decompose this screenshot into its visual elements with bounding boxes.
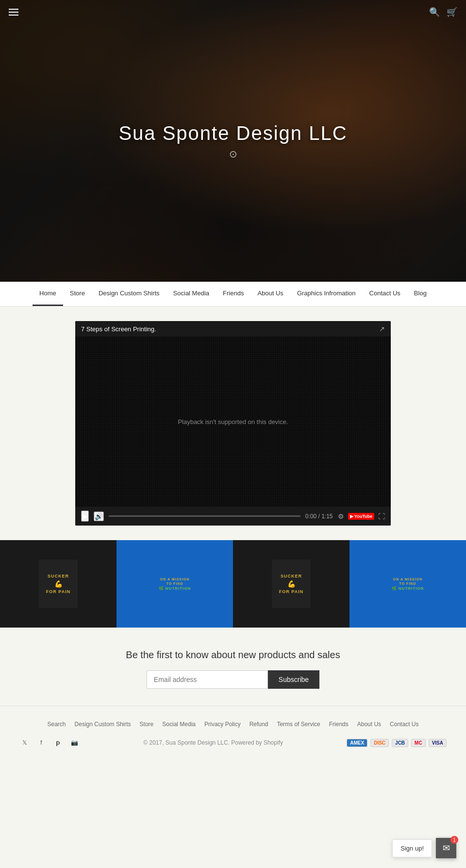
volume-button[interactable]: 🔊: [94, 511, 104, 521]
nav-item-home[interactable]: Home: [33, 282, 63, 306]
footer-link-privacy[interactable]: Privacy Policy: [204, 721, 241, 728]
main-nav: Home Store Design Custom Shirts Social M…: [0, 282, 466, 306]
header-content: Sua Sponte Design LLC ⊙: [118, 122, 347, 160]
footer-link-search[interactable]: Search: [48, 721, 66, 728]
shirt-sim-2: ON A MISSION TO FIND 🌿 NUTRITION: [150, 555, 199, 613]
nav-item-graphics[interactable]: Graphics Infromation: [290, 282, 363, 306]
share-icon[interactable]: ↗: [379, 325, 385, 333]
product-item-2[interactable]: ON A MISSION TO FIND 🌿 NUTRITION: [116, 540, 233, 628]
footer-link-social[interactable]: Social Media: [162, 721, 196, 728]
instagram-icon[interactable]: 📷: [69, 737, 80, 748]
footer-link-design[interactable]: Design Custom Shirts: [75, 721, 131, 728]
nav-list: Home Store Design Custom Shirts Social M…: [33, 282, 433, 306]
site-footer: Search Design Custom Shirts Store Social…: [0, 706, 466, 758]
newsletter-section: Be the first to know about new products …: [0, 628, 466, 706]
product-item-1[interactable]: SUCKER 💪 FOR PAIN: [0, 540, 116, 628]
product-placeholder-1: SUCKER 💪 FOR PAIN: [0, 540, 116, 628]
footer-link-store[interactable]: Store: [140, 721, 154, 728]
nav-item-design[interactable]: Design Custom Shirts: [92, 282, 166, 306]
nav-item-friends[interactable]: Friends: [216, 282, 250, 306]
newsletter-title: Be the first to know about new products …: [10, 649, 456, 661]
visa-badge: VISA: [429, 739, 447, 747]
nav-item-store[interactable]: Store: [63, 282, 92, 306]
product-placeholder-2: ON A MISSION TO FIND 🌿 NUTRITION: [116, 540, 233, 628]
copyright: © 2017, Sua Sponte Design LLC. Powered b…: [143, 739, 283, 746]
footer-links: Search Design Custom Shirts Store Social…: [19, 721, 447, 728]
product-item-3[interactable]: SUCKER 💪 FOR PAIN: [233, 540, 350, 628]
main-content: 7 Steps of Screen Printing. ↗ Playback i…: [0, 306, 466, 758]
header-icon: ⊙: [118, 148, 347, 160]
nav-item-social[interactable]: Social Media: [166, 282, 216, 306]
product-placeholder-4: ON A MISSION TO FIND 🌿 NUTRITION: [350, 540, 466, 628]
footer-bottom: 𝕏 f 𝗽 📷 © 2017, Sua Sponte Design LLC. P…: [19, 737, 447, 748]
video-player: 7 Steps of Screen Printing. ↗ Playback i…: [75, 321, 391, 526]
mastercard-badge: MC: [411, 739, 426, 747]
video-section: 7 Steps of Screen Printing. ↗ Playback i…: [0, 306, 466, 540]
top-bar-right: 🔍 🛒: [429, 7, 457, 17]
nav-item-about[interactable]: About Us: [250, 282, 290, 306]
settings-icon[interactable]: ⚙: [338, 512, 344, 520]
cart-icon[interactable]: 🛒: [447, 7, 457, 17]
video-unsupported-message: Playback isn't supported on this device.: [178, 418, 288, 425]
video-controls: ▶ 🔊 0:00 / 1:15 ⚙ ▶ YouTube ⛶: [75, 507, 391, 526]
pinterest-icon[interactable]: 𝗽: [52, 737, 63, 748]
video-controls-right: ⚙ ▶ YouTube ⛶: [338, 512, 385, 520]
shirt-sim-1: SUCKER 💪 FOR PAIN: [34, 555, 83, 613]
video-body[interactable]: Playback isn't supported on this device.: [75, 337, 391, 507]
menu-icon[interactable]: [9, 9, 18, 16]
twitter-icon[interactable]: 𝕏: [19, 737, 30, 748]
search-icon[interactable]: 🔍: [429, 7, 440, 17]
footer-link-terms[interactable]: Terms of Service: [277, 721, 320, 728]
footer-link-about[interactable]: About Us: [357, 721, 381, 728]
site-title: Sua Sponte Design LLC: [118, 122, 347, 144]
nav-item-blog[interactable]: Blog: [407, 282, 433, 306]
newsletter-form: Subscribe: [10, 670, 456, 689]
video-time: 0:00 / 1:15: [305, 513, 333, 520]
hero-section: 🔍 🛒 Sua Sponte Design LLC ⊙: [0, 0, 466, 282]
footer-link-contact[interactable]: Contact Us: [390, 721, 418, 728]
video-progress-bar[interactable]: [109, 515, 300, 517]
product-placeholder-3: SUCKER 💪 FOR PAIN: [233, 540, 350, 628]
amex-badge: AMEX: [347, 739, 367, 747]
play-button[interactable]: ▶: [81, 511, 89, 522]
email-field[interactable]: [147, 670, 268, 689]
shirt-sim-3: SUCKER 💪 FOR PAIN: [267, 555, 316, 613]
footer-link-friends[interactable]: Friends: [329, 721, 349, 728]
fullscreen-icon[interactable]: ⛶: [378, 512, 385, 520]
discover-badge: DISC: [370, 739, 389, 747]
top-bar-left: [9, 9, 18, 16]
facebook-icon[interactable]: f: [36, 737, 47, 748]
nav-item-contact[interactable]: Contact Us: [363, 282, 407, 306]
product-item-4[interactable]: ON A MISSION TO FIND 🌿 NUTRITION: [350, 540, 466, 628]
social-links: 𝕏 f 𝗽 📷: [19, 737, 80, 748]
payment-methods: AMEX DISC JCB MC VISA: [347, 739, 447, 747]
footer-link-refund[interactable]: Refund: [250, 721, 268, 728]
jcb-badge: JCB: [392, 739, 408, 747]
shirt-sim-4: ON A MISSION TO FIND 🌿 NUTRITION: [383, 555, 432, 613]
video-title: 7 Steps of Screen Printing.: [81, 325, 156, 333]
youtube-logo: ▶ YouTube: [348, 513, 375, 520]
top-bar: 🔍 🛒: [0, 0, 466, 24]
products-strip: SUCKER 💪 FOR PAIN ON A MISSION TO FIND 🌿…: [0, 540, 466, 628]
subscribe-button[interactable]: Subscribe: [268, 670, 319, 689]
video-title-bar: 7 Steps of Screen Printing. ↗: [75, 321, 391, 337]
